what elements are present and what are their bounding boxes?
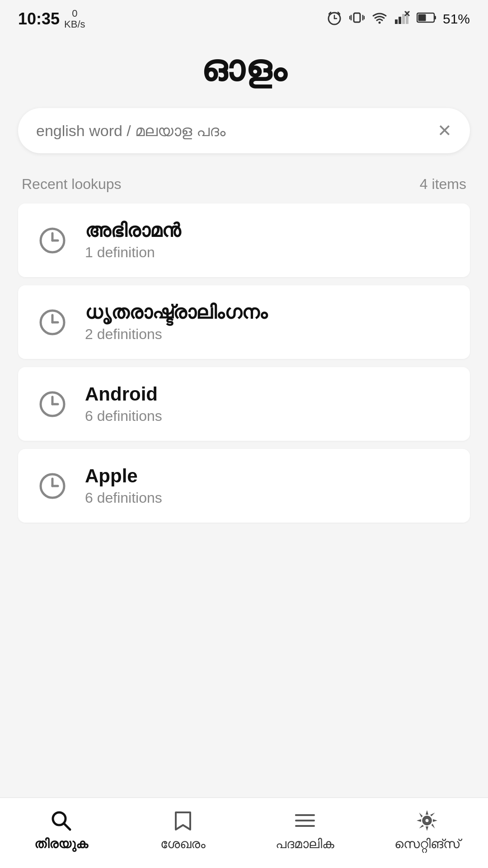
svg-point-40: [425, 818, 429, 823]
list-item[interactable]: ധൃതരാഷ്ട്രാലിംഗനം 2 definitions: [18, 285, 470, 359]
alarm-icon: [326, 9, 343, 29]
nav-search-label: തിരയുക: [34, 837, 88, 852]
svg-rect-19: [434, 16, 436, 19]
item-definitions: 6 definitions: [85, 490, 162, 506]
recent-count: 4 items: [420, 176, 466, 193]
list-item[interactable]: അഭിരാമൻ 1 definition: [18, 203, 470, 277]
item-definitions: 1 definition: [85, 244, 181, 261]
svg-rect-18: [418, 14, 426, 21]
item-content: Apple 6 definitions: [85, 465, 162, 506]
history-icon: [36, 224, 69, 257]
bottom-navigation: തിരയുക ശേഖരം പദമാലിക സെറ്റിങ്സ്: [0, 797, 488, 868]
status-icons: 51%: [326, 9, 470, 29]
status-time: 10:35: [18, 9, 60, 28]
battery-icon: [417, 11, 436, 28]
nav-saved[interactable]: ശേഖരം: [122, 809, 244, 852]
item-word: Apple: [85, 465, 162, 487]
settings-nav-icon: [415, 809, 439, 832]
svg-rect-5: [354, 13, 360, 22]
item-definitions: 2 definitions: [85, 326, 267, 343]
kb-label: 0: [72, 8, 77, 19]
svg-rect-11: [395, 19, 398, 24]
nav-wordlist-label: പദമാലിക: [276, 837, 334, 852]
svg-rect-12: [399, 17, 401, 24]
history-icon: [36, 388, 69, 420]
recent-lookups-header: Recent lookups 4 items: [0, 171, 488, 203]
search-nav-icon: [49, 809, 73, 832]
signal-icon: [394, 9, 410, 29]
kb-unit: KB/s: [64, 19, 85, 30]
wordlist-nav-icon: [293, 809, 317, 832]
recent-list: അഭിരാമൻ 1 definition ധൃതരാഷ്ട്രാലിംഗനം 2…: [18, 203, 470, 531]
item-word: അഭിരാമൻ: [85, 220, 181, 241]
vibrate-icon: [349, 9, 365, 29]
saved-nav-icon: [171, 809, 195, 832]
recent-label: Recent lookups: [22, 176, 122, 193]
kb-indicator: 0 KB/s: [64, 8, 85, 30]
svg-rect-13: [402, 14, 405, 24]
list-item[interactable]: Apple 6 definitions: [18, 449, 470, 523]
item-content: Android 6 definitions: [85, 383, 162, 425]
battery-percentage: 51%: [443, 11, 470, 27]
search-input[interactable]: [36, 122, 428, 140]
item-definitions: 6 definitions: [85, 408, 162, 425]
list-item[interactable]: Android 6 definitions: [18, 367, 470, 441]
search-bar[interactable]: ✕: [18, 108, 470, 153]
nav-settings[interactable]: സെറ്റിങ്സ്: [366, 809, 488, 852]
nav-settings-label: സെറ്റിങ്സ്: [394, 837, 460, 852]
item-content: അഭിരാമൻ 1 definition: [85, 220, 181, 261]
item-word: ധൃതരാഷ്ട്രാലിംഗനം: [85, 302, 267, 323]
nav-wordlist[interactable]: പദമാലിക: [244, 809, 366, 852]
nav-search[interactable]: തിരയുക: [0, 809, 122, 852]
wifi-icon: [371, 9, 388, 29]
svg-line-33: [64, 823, 70, 830]
item-word: Android: [85, 383, 162, 405]
search-clear-button[interactable]: ✕: [428, 121, 452, 141]
app-title: ഓളം: [0, 34, 488, 108]
history-icon: [36, 306, 69, 339]
nav-saved-label: ശേഖരം: [160, 837, 206, 852]
item-content: ധൃതരാഷ്ട്രാലിംഗനം 2 definitions: [85, 302, 267, 343]
svg-point-10: [378, 21, 380, 24]
history-icon: [36, 470, 69, 502]
status-bar: 10:35 0 KB/s: [0, 0, 488, 34]
